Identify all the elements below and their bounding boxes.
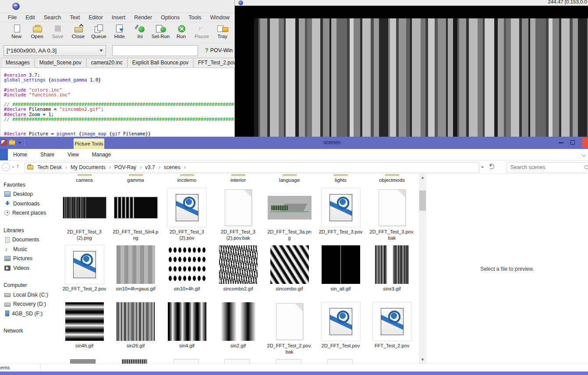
sidebar-item[interactable]: Videos (0, 263, 53, 273)
file-item[interactable]: 2D_FFT_Test.pov (315, 301, 366, 358)
toolbar-button[interactable]: Ini (130, 23, 150, 39)
menu-item[interactable]: Text (65, 14, 84, 21)
sidebar-item[interactable]: Recent places (0, 209, 53, 218)
povwin-help[interactable]: ?POV-Win (205, 47, 233, 53)
ribbon-tab[interactable]: Share (39, 149, 55, 160)
file-item[interactable]: sin4h.gif (59, 301, 110, 358)
picture-tools-contextual-tab[interactable]: Picture Tools (74, 138, 104, 149)
file-item[interactable]: 2D_FFT_Test_2.pov (59, 244, 110, 301)
sidebar-item[interactable]: Downloads (0, 199, 53, 209)
editor-tab[interactable]: FFT_Test_2.pov (193, 58, 241, 67)
menu-item[interactable]: Render (130, 14, 156, 21)
toolbar-button[interactable]: Hide (109, 23, 130, 39)
file-item[interactable]: 2D_FFT_Test_3a.png (264, 187, 315, 244)
file-item[interactable]: sin10+4h+gaus.gif (110, 244, 161, 301)
file-item[interactable]: sin10+4h.gif (161, 244, 213, 301)
breadcrumb-item[interactable]: v3.7 (144, 164, 163, 170)
menu-item[interactable]: File (4, 14, 21, 21)
toolbar-button[interactable]: Open (27, 23, 47, 39)
sidebar-item[interactable]: Network (0, 326, 53, 336)
refresh-icon[interactable] (489, 164, 494, 169)
file-item[interactable]: 2D_FFT_Test_3 (2).pov (161, 187, 213, 244)
address-dropdown-chevron-icon[interactable] (481, 166, 484, 170)
menu-item[interactable]: Search (39, 14, 66, 21)
ribbon-tab[interactable]: Home (12, 149, 28, 160)
file-item[interactable]: 2D_FFT_Test_3.pov (315, 187, 366, 244)
folder-item[interactable]: camera (59, 174, 110, 183)
back-button[interactable]: ← (2, 163, 10, 171)
toolbar-button[interactable]: Run (171, 23, 191, 39)
maximize-button[interactable] (570, 140, 575, 145)
file-item[interactable]: FFT_Test_2.pov (366, 301, 418, 358)
close-button[interactable] (582, 138, 588, 148)
editor-tab[interactable]: Messages (1, 58, 35, 67)
file-item[interactable]: sin2.gif (213, 301, 264, 358)
toolbar-button[interactable]: New (6, 23, 27, 39)
povray-editor[interactable]: #version 3.7;global_settings {assumed_ga… (0, 68, 234, 137)
breadcrumb-item[interactable]: Tech Desk (36, 164, 70, 170)
toolbar-button[interactable]: Queue (89, 23, 109, 39)
sidebar-item[interactable]: Libraries (0, 226, 53, 235)
sidebar-item[interactable]: Recovery (D:) (0, 300, 53, 309)
sidebar-item[interactable]: Music (0, 244, 53, 254)
breadcrumb-item[interactable]: scenes (163, 164, 188, 170)
sidebar-item[interactable]: Computer (0, 281, 53, 290)
file-item[interactable]: sinx3.gif (366, 244, 418, 301)
folder-item[interactable]: interior (213, 174, 264, 183)
scrollbar-down-arrow-icon[interactable]: ▼ (419, 356, 426, 364)
file-item[interactable]: sin4.gif (161, 301, 213, 358)
file-item[interactable]: 2D_FFT_Test_2.pov.bak (264, 301, 315, 358)
scrollbar-thumb[interactable] (419, 191, 426, 211)
file-item[interactable]: 2D_FFT_Test_3 (2).png (59, 187, 110, 244)
menu-item[interactable]: Editor (84, 14, 107, 21)
file-item[interactable]: sincombo.gif (264, 244, 315, 301)
editor-tab[interactable]: Explicit Ball Bounce.pov (128, 58, 193, 67)
address-breadcrumb-field[interactable]: Tech Desk My Documents POV-Ray v3.7 scen… (25, 162, 479, 173)
menu-item[interactable]: Insert (107, 14, 130, 21)
toolbar-button[interactable]: Save (47, 23, 68, 39)
menu-item[interactable]: Tools (184, 14, 205, 21)
command-line-input[interactable] (112, 45, 198, 56)
breadcrumb-item[interactable]: POV-Ray (113, 164, 144, 170)
file-menu-tab[interactable] (0, 149, 8, 160)
quick-access-folder-icon[interactable] (9, 140, 15, 145)
menu-item[interactable]: Window (205, 14, 234, 21)
ribbon-tab[interactable]: View (67, 149, 80, 160)
folder-item[interactable]: incdemo (161, 174, 213, 183)
folder-item[interactable]: lights (315, 174, 366, 183)
minimize-button[interactable] (559, 142, 563, 143)
file-item[interactable]: 2D_FFT_Test_3 (2).pov.bak (213, 187, 264, 244)
file-item[interactable]: sin_all.gif (315, 244, 366, 301)
sidebar-item[interactable]: Local Disk (C:) (0, 290, 53, 300)
toolbar-button[interactable]: Close (68, 23, 89, 39)
menu-item[interactable]: Edit (21, 14, 39, 21)
resolution-dropdown[interactable]: [*1600x900, AA 0.3] (4, 45, 106, 56)
scrollbar-up-arrow-icon[interactable]: ▲ (419, 174, 426, 181)
breadcrumb-item[interactable]: My Documents (70, 164, 113, 170)
ribbon-tab[interactable]: Manage (91, 149, 112, 160)
toolbar-button[interactable]: Tray (212, 23, 233, 39)
up-button[interactable]: ↑ (16, 163, 19, 170)
search-input[interactable] (510, 164, 575, 171)
quick-access-chevron-icon[interactable] (18, 142, 21, 145)
file-item[interactable]: sincombo2.gif (213, 244, 264, 301)
vertical-scrollbar[interactable]: ▲ ▼ (419, 174, 426, 364)
folder-item[interactable]: language (264, 174, 315, 183)
sidebar-item[interactable]: 4GB_SD (F:) (0, 309, 53, 318)
editor-code[interactable]: #version 3.7;global_settings {assumed_ga… (0, 68, 234, 137)
sidebar-item[interactable]: Desktop (0, 190, 53, 199)
file-item[interactable]: 2D_FFT_Test_Sin4.png (110, 187, 161, 244)
sidebar-item[interactable]: Pictures (0, 254, 53, 264)
ribbon-expand-chevron-icon[interactable] (581, 152, 586, 157)
history-chevron-icon[interactable] (12, 166, 14, 170)
folder-item[interactable]: objectmods (366, 174, 418, 183)
file-item[interactable]: 2D_FFT_Test_3.pov.bak (366, 187, 418, 244)
toolbar-button[interactable]: Sel-Run (150, 23, 171, 39)
sidebar-item[interactable]: Documents (0, 235, 53, 245)
editor-tab[interactable]: Model_Scene.pov (35, 58, 86, 67)
menu-item[interactable]: Options (156, 14, 184, 21)
search-box[interactable] (507, 162, 588, 173)
sidebar-item[interactable]: Favorites (0, 180, 53, 190)
folder-item[interactable]: gamma (110, 174, 161, 183)
file-item[interactable]: sin26.gif (110, 301, 161, 358)
